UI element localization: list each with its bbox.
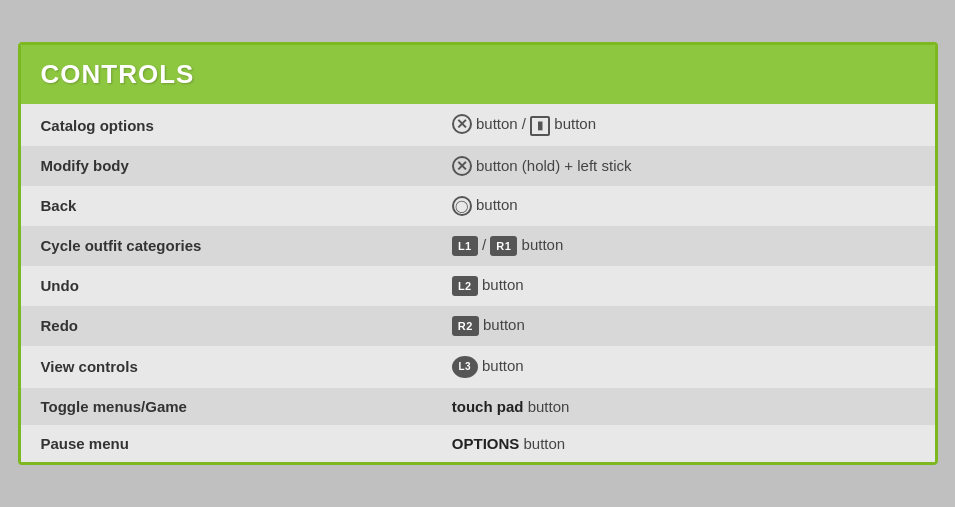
controls-container: CONTROLS Catalog options✕ button / ▮ but…: [18, 42, 938, 465]
control-cell: R2 button: [432, 306, 935, 346]
l3-badge: L3: [452, 356, 478, 378]
control-cell: L3 button: [432, 346, 935, 388]
control-cell: touch pad button: [432, 388, 935, 425]
controls-header: CONTROLS: [21, 45, 935, 104]
table-row: View controlsL3 button: [21, 346, 935, 388]
cross-icon: ✕: [452, 156, 472, 176]
action-cell: Redo: [21, 306, 432, 346]
table-row: RedoR2 button: [21, 306, 935, 346]
action-cell: View controls: [21, 346, 432, 388]
square-icon: ▮: [530, 116, 550, 136]
table-row: Catalog options✕ button / ▮ button: [21, 104, 935, 146]
control-cell: ◯ button: [432, 186, 935, 226]
r2-badge: R2: [452, 316, 479, 336]
l2-badge: L2: [452, 276, 478, 296]
l1-badge: L1: [452, 236, 478, 256]
control-cell: L2 button: [432, 266, 935, 306]
controls-title: CONTROLS: [41, 59, 195, 89]
control-cell: ✕ button / ▮ button: [432, 104, 935, 146]
controls-table: Catalog options✕ button / ▮ buttonModify…: [21, 104, 935, 462]
action-cell: Toggle menus/Game: [21, 388, 432, 425]
table-row: UndoL2 button: [21, 266, 935, 306]
action-cell: Undo: [21, 266, 432, 306]
table-row: Back◯ button: [21, 186, 935, 226]
touchpad-label: touch pad: [452, 398, 524, 415]
action-cell: Catalog options: [21, 104, 432, 146]
table-row: Cycle outfit categoriesL1 / R1 button: [21, 226, 935, 266]
control-cell: ✕ button (hold) + left stick: [432, 146, 935, 186]
table-row: Toggle menus/Gametouch pad button: [21, 388, 935, 425]
action-cell: Pause menu: [21, 425, 432, 462]
control-cell: OPTIONS button: [432, 425, 935, 462]
action-cell: Back: [21, 186, 432, 226]
cross-icon: ✕: [452, 114, 472, 134]
control-cell: L1 / R1 button: [432, 226, 935, 266]
table-row: Pause menuOPTIONS button: [21, 425, 935, 462]
action-cell: Cycle outfit categories: [21, 226, 432, 266]
action-cell: Modify body: [21, 146, 432, 186]
table-row: Modify body✕ button (hold) + left stick: [21, 146, 935, 186]
options-label: OPTIONS: [452, 435, 520, 452]
circle-icon: ◯: [452, 196, 472, 216]
r1-badge: R1: [490, 236, 517, 256]
